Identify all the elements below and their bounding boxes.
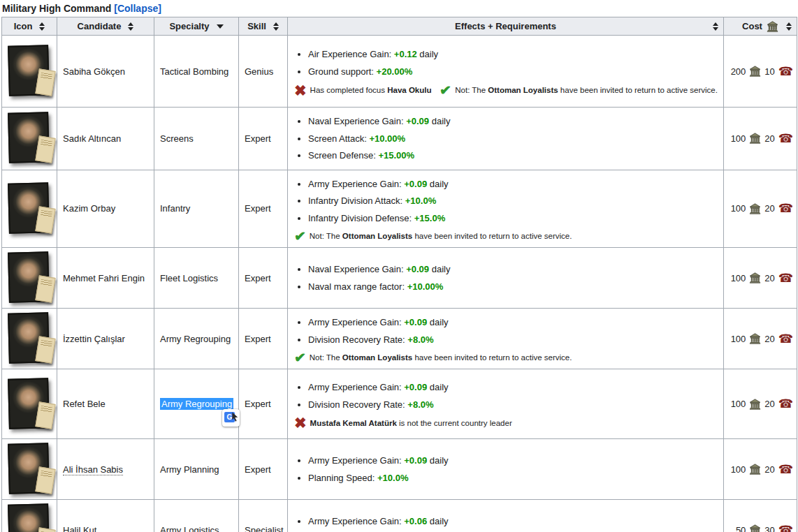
effects-list: Army Experience Gain: +0.09 dailyInfantr… (293, 178, 718, 225)
col-header-skill[interactable]: Skill (239, 17, 288, 36)
sort-up-arrow (786, 22, 792, 26)
specialty-label: Fleet Logistics (160, 273, 218, 283)
effect-item: Division Recovery Rate: +8.0% (308, 334, 718, 346)
effects-list: Army Experience Gain: +0.09 dailyDivisio… (293, 381, 718, 411)
candidate-cell: Sabiha Gökçen (57, 36, 154, 108)
requirement-text: Has completed focus Hava Okulu (310, 86, 432, 94)
candidate-name: Kazim Orbay (63, 203, 115, 214)
effect-value: +0.12 (394, 49, 417, 59)
candidate-row: Sabiha GökçenTactical BombingGeniusAir E… (2, 36, 797, 108)
candidate-cell: Refet Bele (57, 369, 154, 439)
command-power-phone-icon: ☎ (778, 66, 793, 77)
icon-cell (2, 309, 57, 369)
skill-label: Expert (245, 464, 271, 475)
col-header-specialty[interactable]: Specialty (154, 17, 239, 36)
effect-label: Planning Speed: (308, 473, 377, 483)
effect-item: Naval Experience Gain: +0.09 daily (308, 115, 718, 128)
candidate-portrait (8, 313, 49, 363)
effect-value: +15.0% (414, 213, 445, 223)
col-header-icon[interactable]: Icon (2, 17, 57, 36)
effects-list: Naval Experience Gain: +0.09 dailyNaval … (293, 263, 718, 293)
sort-down-arrow (39, 27, 45, 31)
effect-label: Naval max range factor: (308, 281, 407, 292)
specialty-label: Infantry (160, 203, 190, 214)
command-power-phone-icon: ☎ (778, 398, 793, 410)
effect-label: Army Experience Gain: (308, 516, 404, 526)
sort-toggle-icon (273, 22, 279, 31)
effect-value: +0.09 (406, 264, 429, 274)
effect-label: Army Experience Gain: (308, 317, 404, 327)
collapse-link[interactable]: [Collapse] (114, 3, 161, 14)
candidate-portrait (8, 112, 49, 163)
sort-toggle-icon (713, 22, 718, 31)
effect-item: Army Experience Gain: +0.09 daily (308, 381, 718, 394)
effect-label: Division Recovery Rate: (308, 334, 407, 345)
skill-label: Expert (245, 203, 271, 214)
effect-value: +0.09 (404, 179, 427, 189)
political-power-cost: 100 (731, 334, 746, 344)
candidate-name[interactable]: Ali İhsan Sabis (63, 464, 123, 475)
cost-cell: 10020☎ (724, 108, 797, 170)
effect-label: Screen Attack: (308, 133, 369, 144)
effect-item: Infantry Division Attack: +10.0% (308, 195, 718, 207)
sort-down-arrow (217, 24, 224, 29)
col-header-label: Cost (742, 21, 762, 31)
col-header-candidate[interactable]: Candidate (57, 17, 154, 36)
candidate-name: Sadık Altıncan (63, 133, 121, 144)
portrait-paper (35, 136, 55, 163)
cost-wrap: 10020☎ (727, 333, 793, 345)
effect-label: Division Recovery Rate: (308, 399, 407, 410)
portrait-paper (35, 467, 55, 494)
col-header-inner: Specialty (159, 21, 234, 31)
effect-label: Army Experience Gain: (308, 455, 404, 466)
requirement-met-check-icon: ✔ (293, 229, 306, 244)
effects-cell: Army Experience Gain: +0.09 dailyDivisio… (288, 369, 724, 439)
command-power-phone-icon: ☎ (778, 524, 793, 532)
command-power-phone-icon: ☎ (778, 464, 793, 475)
effect-suffix: daily (427, 382, 448, 392)
skill-label: Expert (245, 399, 271, 409)
col-header-inner: Icon (6, 21, 52, 31)
command-power-phone-icon: ☎ (778, 202, 793, 214)
effects-cell: Army Experience Gain: +0.06 dailyDivisio… (288, 500, 724, 532)
candidate-name[interactable]: Halil Kut (63, 525, 96, 532)
specialty-cell: Army Logistics (154, 500, 239, 532)
effect-value: +0.09 (404, 317, 427, 327)
requirement-text: Mustafa Kemal Atatürk is not the current… (310, 419, 512, 427)
effect-label: Screen Defense: (308, 150, 378, 161)
sort-up-arrow (128, 22, 133, 26)
cost-cell: 10020☎ (724, 309, 797, 369)
sort-toggle-icon (128, 22, 133, 31)
portrait-paper (35, 206, 55, 233)
requirements-line: ✖Mustafa Kemal Atatürk is not the curren… (294, 415, 718, 430)
effects-list: Army Experience Gain: +0.09 dailyDivisio… (293, 316, 718, 346)
google-translate-popup[interactable]: G (222, 409, 240, 427)
effect-value: +0.09 (404, 455, 427, 466)
col-header-cost[interactable]: Cost (724, 17, 797, 36)
effect-item: Air Experience Gain: +0.12 daily (308, 48, 718, 61)
candidate-row: Kazim OrbayInfantryExpertArmy Experience… (2, 170, 797, 248)
specialty-label: Army Logistics (160, 525, 219, 532)
candidate-portrait (8, 443, 49, 494)
skill-cell: Expert (239, 170, 288, 248)
requirement-text: Not: The Ottoman Loyalists have been inv… (455, 86, 718, 94)
candidate-row: Ali İhsan SabisArmy PlanningExpertArmy E… (2, 439, 797, 500)
candidate-cell: Kazim Orbay (57, 170, 154, 248)
cost-cell: 10020☎ (724, 369, 797, 439)
cost-cell: 5030☎ (724, 500, 797, 532)
effects-cell: Naval Experience Gain: +0.09 dailyNaval … (288, 248, 724, 309)
col-header-effects-requirements[interactable]: Effects + Requirements (288, 17, 724, 36)
candidate-row: Refet BeleArmy RegroupingGExpertArmy Exp… (2, 369, 797, 439)
col-header-inner: Cost (728, 21, 792, 32)
candidate-cell: Ali İhsan Sabis (57, 439, 154, 500)
sort-down-arrow (713, 27, 718, 31)
icon-cell (2, 248, 57, 309)
candidate-name: İzzettin Çalışlar (63, 334, 125, 344)
candidate-cell: Mehmet Fahri Engin (57, 248, 154, 309)
page: Military High Command [Collapse] IconCan… (0, 0, 798, 532)
effects-cell: Army Experience Gain: +0.09 dailyPlannin… (288, 439, 724, 500)
requirement-unmet-cross-icon: ✖ (294, 83, 307, 98)
page-title: Military High Command (2, 3, 111, 14)
skill-label: Expert (245, 133, 271, 144)
portrait-paper (35, 276, 55, 303)
